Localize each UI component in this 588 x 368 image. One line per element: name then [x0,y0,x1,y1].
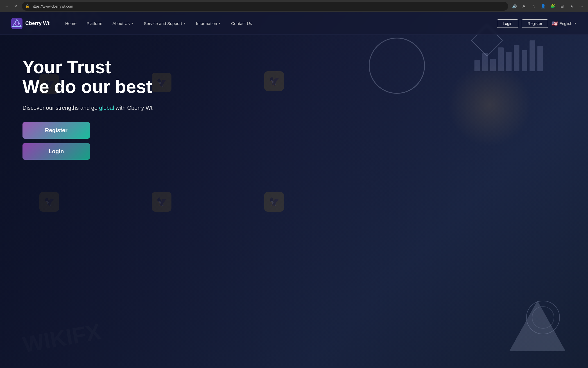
hero-title-line2: We do our best [22,77,152,97]
flag-icon: 🇺🇸 [551,20,558,27]
favorites-button[interactable]: ☆ [530,2,537,10]
login-button[interactable]: Login [497,19,518,28]
register-button[interactable]: Register [522,19,548,28]
browser-actions: 🔊 A ☆ 👤 🧩 ⊞ ★ ⋯ [510,2,585,10]
nav-home[interactable]: Home [61,19,81,28]
nav-platform[interactable]: Platform [82,19,107,28]
main-nav: Cberry Wt Home Platform About Us ▼ Servi… [0,12,588,35]
website: WIKIFX WIKIFX WIKIFX WIKIFX 🦅 🦅 🦅 🦅 🦅 🦅 [0,12,588,368]
address-bar[interactable]: 🔒 https://www.cberrywt.com [22,2,508,11]
more-button[interactable]: ⋯ [577,2,585,10]
hero-register-button[interactable]: Register [22,122,90,139]
browser-toolbar: ← ✕ 🔒 https://www.cberrywt.com 🔊 A ☆ 👤 🧩… [0,0,588,12]
lang-dropdown-arrow: ▼ [574,22,577,25]
logo[interactable]: Cberry Wt [11,18,49,29]
read-aloud-button[interactable]: 🔊 [510,2,518,10]
about-dropdown-arrow: ▼ [131,22,134,25]
close-button[interactable]: ✕ [12,2,20,10]
hero-buttons: Register Login [22,122,90,160]
nav-information[interactable]: Information ▼ [191,19,225,28]
hero-subtitle: Discover our strengths and go global wit… [22,104,174,112]
hero-section: Your Trust We do our best Discover our s… [0,35,197,160]
nav-about[interactable]: About Us ▼ [108,19,138,28]
split-view-button[interactable]: ⊞ [558,2,566,10]
nav-contact[interactable]: Contact Us [227,19,256,28]
nav-buttons: ← ✕ [3,2,20,10]
back-button[interactable]: ← [3,2,11,10]
hero-subtitle-start: Discover our strengths and go [22,105,99,111]
translate-button[interactable]: A [520,2,528,10]
url-text: https://www.cberrywt.com [32,4,505,8]
browser-chrome: ← ✕ 🔒 https://www.cberrywt.com 🔊 A ☆ 👤 🧩… [0,0,588,12]
language-selector[interactable]: 🇺🇸 English ▼ [551,20,577,27]
lock-icon: 🔒 [25,4,30,8]
hero-login-button[interactable]: Login [22,143,90,160]
profile-button[interactable]: 👤 [539,2,547,10]
hero-subtitle-end: with Cberry Wt [114,105,153,111]
hero-title: Your Trust We do our best [22,57,174,97]
hero-subtitle-highlight: global [99,105,114,111]
language-label: English [559,21,572,26]
service-dropdown-arrow: ▼ [183,22,186,25]
nav-actions: Login Register 🇺🇸 English ▼ [497,19,577,28]
logo-text: Cberry Wt [25,20,49,26]
collections-button[interactable]: ★ [568,2,576,10]
hero-title-line1: Your Trust [22,57,111,77]
information-dropdown-arrow: ▼ [218,22,221,25]
nav-service[interactable]: Service and Support ▼ [139,19,191,28]
extensions-button[interactable]: 🧩 [549,2,557,10]
nav-links: Home Platform About Us ▼ Service and Sup… [61,19,497,28]
logo-icon [11,18,22,29]
